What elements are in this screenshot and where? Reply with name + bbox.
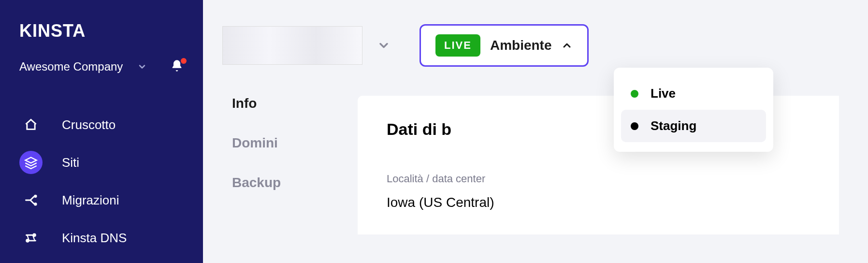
nav-label: Kinsta DNS	[62, 231, 127, 246]
chevron-down-icon	[137, 62, 147, 72]
brand-logo: KINSTA	[19, 19, 188, 44]
sidebar: KINSTA Awesome Company Cruscotto Siti	[0, 0, 203, 263]
environment-option-staging[interactable]: Staging	[621, 110, 766, 142]
location-label: Località / data center	[387, 173, 810, 185]
sidebar-item-migrazioni[interactable]: Migrazioni	[19, 189, 188, 212]
environment-selector[interactable]: LIVE Ambiente	[420, 24, 589, 67]
sidebar-item-siti[interactable]: Siti	[19, 151, 188, 174]
status-dot-icon	[631, 90, 638, 98]
site-subnav: Info Domini Backup	[222, 96, 348, 234]
nav-label: Migrazioni	[62, 193, 119, 208]
notifications-button[interactable]	[170, 59, 188, 74]
sidebar-item-kinsta-dns[interactable]: Kinsta DNS	[19, 226, 188, 249]
dns-icon	[19, 226, 43, 249]
primary-nav: Cruscotto Siti Migrazioni Kinsta DNS	[19, 113, 188, 249]
subnav-item-domini[interactable]: Domini	[232, 135, 348, 151]
status-dot-icon	[631, 122, 638, 130]
notification-dot	[181, 58, 187, 64]
nav-label: Cruscotto	[62, 117, 116, 132]
main-content: LIVE Ambiente Live Staging Info Domini B…	[203, 0, 868, 263]
svg-point-2	[35, 203, 37, 205]
company-name: Awesome Company	[19, 60, 123, 73]
site-selector[interactable]	[222, 26, 391, 65]
nav-label: Siti	[62, 155, 79, 170]
location-value: Iowa (US Central)	[387, 195, 810, 210]
environment-option-live[interactable]: Live	[621, 77, 766, 110]
site-thumbnail	[222, 26, 362, 65]
chevron-up-icon	[561, 40, 573, 51]
environment-menu: Live Staging	[614, 68, 773, 152]
home-icon	[19, 113, 43, 136]
topbar: LIVE Ambiente	[222, 24, 839, 67]
kinsta-logo-icon: KINSTA	[19, 19, 106, 43]
live-badge: LIVE	[435, 34, 480, 57]
sidebar-item-cruscotto[interactable]: Cruscotto	[19, 113, 188, 136]
svg-point-1	[35, 195, 37, 197]
environment-option-label: Live	[651, 86, 676, 101]
environment-option-label: Staging	[651, 118, 696, 133]
arrow-split-icon	[19, 189, 43, 212]
subnav-item-info[interactable]: Info	[232, 96, 348, 111]
layers-icon	[19, 151, 43, 174]
company-switcher[interactable]: Awesome Company	[19, 59, 188, 74]
chevron-down-icon	[377, 39, 391, 52]
environment-label: Ambiente	[490, 38, 552, 53]
subnav-item-backup[interactable]: Backup	[232, 175, 348, 190]
svg-text:KINSTA: KINSTA	[19, 21, 86, 41]
